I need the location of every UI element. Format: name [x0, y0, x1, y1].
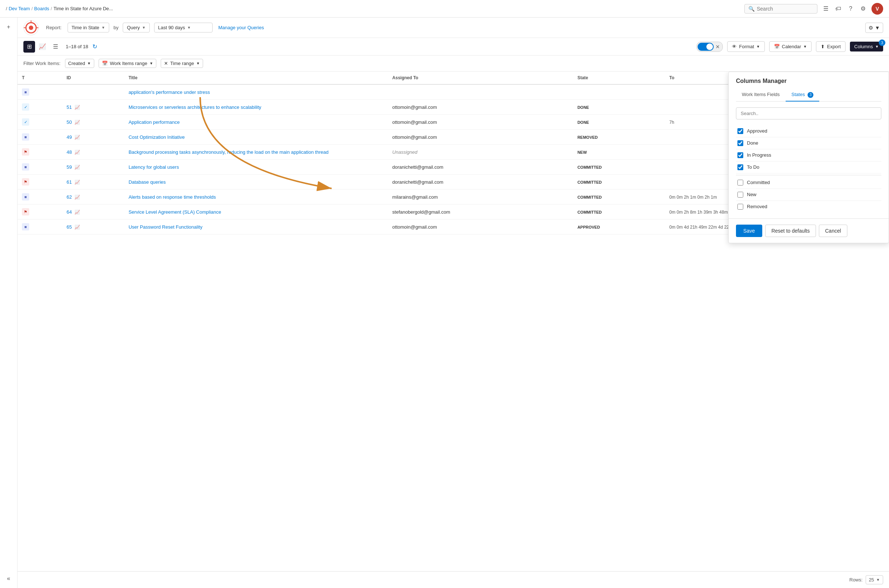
state-checkbox-item[interactable]: Approved	[736, 125, 882, 137]
query-select[interactable]: Query ▼	[123, 22, 149, 33]
time-value: 0m	[670, 210, 677, 215]
state-checkbox-item[interactable]: Done	[736, 137, 882, 149]
breadcrumb-devteam[interactable]: Dev Team	[9, 6, 30, 11]
title-link[interactable]: Database queries	[129, 179, 166, 185]
row-assigned-cell: doranichetti@gmail.com	[388, 160, 573, 175]
sparkline-icon[interactable]: 📈	[75, 150, 80, 155]
title-link[interactable]: Application performance	[129, 119, 180, 125]
list-icon[interactable]: ☰	[822, 5, 830, 13]
reset-button[interactable]: Reset to defaults	[765, 225, 816, 237]
sparkline-icon[interactable]: 📈	[75, 105, 80, 110]
badge-icon[interactable]: 🏷	[834, 5, 842, 13]
title-link[interactable]: Background processing tasks asynchronous…	[129, 149, 329, 155]
row-assigned-cell: doranichetti@gmail.com	[388, 175, 573, 189]
state-checkbox[interactable]	[738, 140, 743, 146]
export-btn[interactable]: ⬆ Export	[816, 41, 846, 52]
report-select[interactable]: Time in State ▼	[67, 22, 109, 33]
row-assigned-cell: ottomoin@gmail.com	[388, 100, 573, 115]
state-checkbox[interactable]	[738, 164, 743, 170]
toggle-x-icon[interactable]: ✕	[714, 43, 722, 51]
title-link[interactable]: Alerts based on response time thresholds	[129, 194, 216, 200]
state-label: In Progress	[747, 152, 771, 158]
save-button[interactable]: Save	[736, 225, 762, 237]
title-link[interactable]: Cost Optimization Initiative	[129, 134, 185, 140]
date-range-select[interactable]: Last 90 days ▼	[154, 22, 213, 33]
sparkline-icon[interactable]: 📈	[75, 165, 80, 170]
chart-view-btn[interactable]: 📈	[36, 41, 48, 52]
settings-icon[interactable]: ⚙	[859, 5, 867, 13]
time-value: 0m	[697, 195, 705, 200]
title-link[interactable]: Latency for global users	[129, 164, 179, 170]
state-checkbox-item[interactable]: In Progress	[736, 149, 882, 161]
title-link[interactable]: application's performance under stress	[129, 90, 210, 95]
row-type-cell: ■	[18, 160, 62, 175]
view-icons: ⊞ 📈 ☰	[23, 41, 61, 52]
row-state-cell: DONE	[573, 100, 665, 115]
gear-chevron-icon: ▼	[875, 25, 880, 31]
calendar-btn[interactable]: 📅 Calendar ▼	[769, 41, 812, 52]
grid-view-btn[interactable]: ⊞	[23, 41, 35, 52]
sparkline-icon[interactable]: 📈	[75, 195, 80, 200]
search-box[interactable]: 🔍	[744, 4, 817, 14]
sidebar-add-btn[interactable]: +	[2, 21, 15, 34]
row-id-cell[interactable]: 64 📈	[62, 204, 124, 219]
row-id-cell[interactable]: 65 📈	[62, 219, 124, 234]
refresh-icon[interactable]: ↻	[92, 43, 97, 50]
state-checkbox[interactable]	[738, 192, 743, 198]
row-assigned-cell: ottomoin@gmail.com	[388, 115, 573, 130]
row-id-cell[interactable]: 50 📈	[62, 115, 124, 130]
row-id-cell[interactable]: 49 📈	[62, 130, 124, 145]
sparkline-icon[interactable]: 📈	[75, 120, 80, 125]
columns-btn[interactable]: Columns ▼ 3	[850, 42, 883, 51]
state-checkbox[interactable]	[738, 152, 743, 158]
state-checkbox-item[interactable]: New	[736, 189, 882, 201]
nav-right: 🔍 ☰ 🏷 ? ⚙ V	[744, 3, 883, 15]
toggle-switch[interactable]: ✕	[697, 42, 723, 52]
state-checkbox[interactable]	[738, 204, 743, 210]
state-checkbox[interactable]	[738, 128, 743, 134]
help-icon[interactable]: ?	[847, 5, 855, 13]
breadcrumb: / Dev Team / Boards / Time in State for …	[6, 6, 113, 11]
sparkline-icon[interactable]: 📈	[75, 135, 80, 140]
sparkline-icon[interactable]: 📈	[75, 210, 80, 215]
state-label: Removed	[747, 204, 768, 209]
row-id-cell[interactable]: 61 📈	[62, 175, 124, 189]
list-view-btn[interactable]: ☰	[49, 41, 61, 52]
gear-btn[interactable]: ⚙ ▼	[865, 22, 883, 33]
toggle-track[interactable]	[698, 43, 714, 51]
time-value: 0m	[670, 225, 677, 230]
cancel-button[interactable]: Cancel	[819, 225, 847, 237]
rows-select[interactable]: 25 ▼	[866, 575, 883, 584]
work-items-range-select[interactable]: 📅 Work Items range ▼	[99, 59, 156, 68]
tab-states[interactable]: States 3	[786, 89, 819, 102]
row-id-cell[interactable]: 59 📈	[62, 160, 124, 175]
time-range-select[interactable]: ✕ Time range ▼	[161, 59, 203, 68]
manage-queries-link[interactable]: Manage your Queries	[219, 25, 264, 30]
format-btn[interactable]: 👁 Format ▼	[727, 41, 765, 52]
state-checkbox-item[interactable]: Committed	[736, 177, 882, 189]
time-value: 22m	[708, 225, 718, 230]
states-search-input[interactable]	[736, 107, 882, 119]
title-link[interactable]: Microservices or serverless architecture…	[129, 105, 261, 110]
export-icon: ⬆	[821, 44, 825, 49]
sidebar-collapse-btn[interactable]: «	[2, 572, 15, 585]
state-checkbox-item[interactable]: Removed	[736, 201, 882, 213]
sparkline-icon[interactable]: 📈	[75, 225, 80, 230]
search-input[interactable]	[757, 6, 813, 12]
row-id-cell[interactable]	[62, 84, 124, 100]
date-chevron-icon: ▼	[187, 26, 190, 30]
title-link[interactable]: User Password Reset Functionality	[129, 224, 202, 230]
state-checkbox[interactable]	[738, 180, 743, 186]
avatar[interactable]: V	[871, 3, 883, 15]
tab-work-items-fields[interactable]: Work Items Fields	[736, 89, 786, 102]
type-icon: ■	[22, 163, 29, 171]
breadcrumb-boards[interactable]: Boards	[34, 6, 49, 11]
state-checkbox-item[interactable]: To Do	[736, 161, 882, 174]
title-link[interactable]: Service Level Agreement (SLA) Compliance	[129, 209, 221, 215]
row-id-cell[interactable]: 62 📈	[62, 189, 124, 204]
col-type: T	[18, 72, 62, 84]
row-id-cell[interactable]: 48 📈	[62, 145, 124, 160]
filter-value-select[interactable]: Created ▼	[65, 59, 94, 68]
row-id-cell[interactable]: 51 📈	[62, 100, 124, 115]
sparkline-icon[interactable]: 📈	[75, 180, 80, 185]
